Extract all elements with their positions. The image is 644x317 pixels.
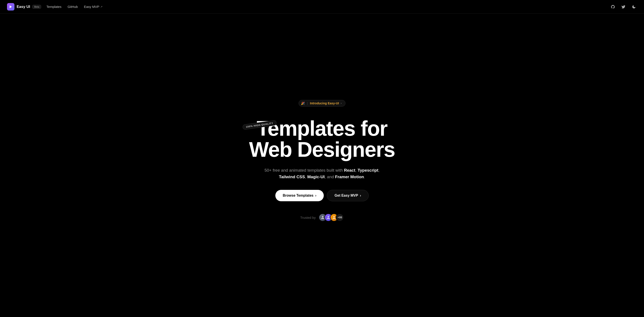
beta-badge: Beta	[32, 5, 41, 9]
nav-link-templates[interactable]: Templates	[46, 5, 61, 9]
nav-link-github[interactable]: GitHub	[68, 5, 78, 9]
nav-links: Templates GitHub Easy MVP ↗	[46, 5, 102, 9]
trusted-label: Trusted by	[300, 216, 316, 219]
tech-tailwind: Tailwind CSS	[279, 174, 305, 179]
logo-area[interactable]: Easy UI Beta	[7, 3, 41, 11]
announce-text: Introducing Easy-UI	[310, 102, 339, 105]
github-nav-button[interactable]	[610, 4, 616, 10]
nav-right	[610, 4, 637, 10]
hero-section: 🎉 | Introducing Easy-UI › 100% HIGH-QUAL…	[0, 0, 644, 317]
github-icon	[611, 5, 615, 9]
play-icon	[9, 5, 13, 9]
logo-name: Easy UI	[17, 5, 30, 9]
headline-line1: Templates for	[257, 117, 387, 140]
nav-item-github[interactable]: GitHub	[68, 5, 78, 9]
external-link-icon: ↗	[100, 5, 102, 8]
svg-point-3	[333, 216, 335, 217]
svg-point-1	[322, 216, 323, 217]
nav-item-templates[interactable]: Templates	[46, 5, 61, 9]
headline-line2: Web Designers	[249, 138, 395, 161]
logo-icon	[7, 3, 14, 11]
cta-group: Browse Templates › Get Easy MVP ›	[275, 190, 369, 201]
navbar: Easy UI Beta Templates GitHub Easy MVP ↗	[0, 0, 644, 14]
browse-templates-button[interactable]: Browse Templates ›	[275, 190, 324, 201]
tech-magic-ui: Magic-UI	[307, 174, 325, 179]
trusted-area: Trusted by +99	[300, 213, 344, 221]
nav-item-easymvp[interactable]: Easy MVP ↗	[84, 5, 102, 9]
announce-banner[interactable]: 🎉 | Introducing Easy-UI ›	[298, 100, 345, 107]
svg-point-2	[328, 216, 329, 217]
nav-link-easymvp[interactable]: Easy MVP ↗	[84, 5, 102, 9]
tech-framer: Framer Motion	[335, 174, 364, 179]
twitter-icon	[621, 5, 626, 9]
avatar-count: +99	[336, 213, 344, 221]
announce-arrow: ›	[340, 102, 342, 105]
twitter-nav-button[interactable]	[620, 4, 626, 10]
announce-emoji: 🎉	[301, 102, 305, 105]
browse-arrow-icon: ›	[315, 194, 316, 197]
mvp-arrow-icon: ›	[360, 194, 361, 197]
tech-react: React	[344, 168, 355, 173]
tech-typescript: Typescript	[358, 168, 378, 173]
avatar-stack: +99	[319, 213, 344, 221]
headline-area: 100% HIGH-QUALITY Templates for Web Desi…	[249, 118, 395, 160]
get-easy-mvp-button[interactable]: Get Easy MVP ›	[327, 190, 369, 201]
moon-icon	[632, 5, 636, 9]
svg-marker-0	[10, 5, 12, 8]
announce-pipe: |	[307, 102, 308, 105]
hero-subtext: 50+ free and animated templates built wi…	[258, 167, 386, 180]
theme-toggle-button[interactable]	[631, 4, 637, 10]
